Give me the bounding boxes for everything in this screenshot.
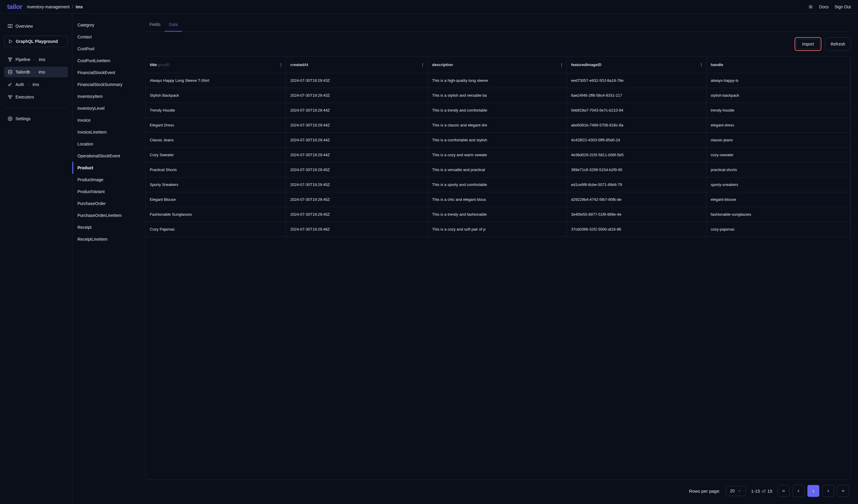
col-handle[interactable]: handle: [706, 56, 851, 73]
entity-item-category[interactable]: Category: [72, 19, 138, 31]
table-row[interactable]: Elegant Blouse2024-07-30T19:29:45ZThis i…: [146, 192, 851, 207]
cell-createdAt: 2024-07-30T19:29:44Z: [286, 132, 428, 147]
cell-handle: elegant-dress: [706, 117, 851, 132]
import-button[interactable]: Import: [796, 39, 820, 49]
table-row[interactable]: Classic Jeans2024-07-30T19:29:44ZThis is…: [146, 132, 851, 147]
cell-createdAt: 2024-07-30T19:29:45Z: [286, 192, 428, 207]
svg-point-0: [810, 6, 812, 8]
cell-title: Always Happy Long Sleeve T-Shirt: [146, 73, 286, 88]
cell-featuredImageID: 3e45fe55-6977-51f9-989e-4e: [567, 207, 706, 222]
next-page-button[interactable]: [822, 485, 834, 497]
cell-createdAt: 2024-07-30T19:29:45Z: [286, 177, 428, 192]
table-row[interactable]: Trendy Hoodie2024-07-30T19:29:44ZThis is…: [146, 103, 851, 117]
entity-item-receiptlineitem[interactable]: ReceiptLineItem: [72, 233, 138, 245]
svg-rect-15: [8, 96, 10, 97]
col-menu-icon[interactable]: ⋮: [699, 63, 703, 67]
cell-handle: fashionable-sunglasses: [706, 207, 851, 222]
col-menu-icon[interactable]: ⋮: [421, 63, 425, 67]
table-row[interactable]: Always Happy Long Sleeve T-Shirt2024-07-…: [146, 73, 851, 88]
table-row[interactable]: Cozy Sweater2024-07-30T19:29:44ZThis is …: [146, 147, 851, 162]
signout-link[interactable]: Sign Out: [835, 4, 851, 9]
cell-title: Cozy Pajamas: [146, 222, 286, 237]
data-table: categoryID title ⋮ createdAt ⋮ descripti…: [145, 56, 851, 479]
svg-point-18: [10, 118, 11, 119]
entity-item-contact[interactable]: Contact: [72, 31, 138, 43]
entity-item-costpool[interactable]: CostPool: [72, 43, 138, 55]
cell-handle: elegant-blouse: [706, 192, 851, 207]
key-icon: [8, 82, 13, 87]
entity-item-receipt[interactable]: Receipt: [72, 221, 138, 233]
entity-sidebar: CategoryContactCostPoolCostPoolLineItemF…: [72, 14, 138, 504]
theme-toggle-icon[interactable]: [808, 4, 813, 10]
auth-nav[interactable]: Auth - ims: [4, 79, 68, 90]
prev-page-button[interactable]: [793, 485, 805, 497]
breadcrumb-app[interactable]: ims: [76, 4, 83, 9]
entity-item-invoicelineitem[interactable]: InvoiceLineItem: [72, 126, 138, 138]
entity-item-purchaseorderlineitem[interactable]: PurchaseOrderLineItem: [72, 209, 138, 221]
entity-item-financialstocksummary[interactable]: FinancialStockSummary: [72, 79, 138, 91]
cell-createdAt: 2024-07-30T19:29:43Z: [286, 88, 428, 103]
col-menu-icon[interactable]: ⋮: [279, 63, 283, 67]
entity-item-productimage[interactable]: ProductImage: [72, 174, 138, 186]
entity-item-inventorylevel[interactable]: InventoryLevel: [72, 102, 138, 114]
breadcrumb-sep: /: [72, 4, 73, 9]
header: tailor inventory-management / ims Docs S…: [0, 0, 858, 14]
col-description[interactable]: description ⋮: [428, 56, 567, 73]
settings-label: Settings: [15, 116, 31, 121]
table-row[interactable]: Elegant Dress2024-07-30T19:29:44ZThis is…: [146, 117, 851, 132]
table-row[interactable]: Fashionable Sunglasses2024-07-30T19:29:4…: [146, 207, 851, 222]
executors-nav[interactable]: Executors: [4, 92, 68, 102]
cell-description: This is a versatile and practical: [428, 162, 567, 177]
page-size-select[interactable]: 20: [726, 486, 746, 496]
first-page-button[interactable]: [778, 485, 790, 497]
refresh-button[interactable]: Refresh: [825, 37, 851, 51]
cell-description: This is a trendy and comfortable: [428, 103, 567, 117]
table-row[interactable]: Practical Shorts2024-07-30T19:29:45ZThis…: [146, 162, 851, 177]
entity-item-costpoollineitem[interactable]: CostPoolLineItem: [72, 55, 138, 67]
tab-data[interactable]: Data: [165, 18, 182, 32]
logo[interactable]: tailor: [7, 3, 22, 11]
svg-rect-11: [11, 58, 12, 59]
auth-label: Auth: [15, 82, 24, 87]
entity-item-productvariant[interactable]: ProductVariant: [72, 186, 138, 198]
svg-rect-16: [11, 96, 12, 97]
table-row[interactable]: Sporty Sneakers2024-07-30T19:29:45ZThis …: [146, 177, 851, 192]
col-createdAt[interactable]: createdAt ⋮: [286, 56, 428, 73]
col-menu-icon[interactable]: ⋮: [560, 63, 563, 67]
entity-item-financialstockevent[interactable]: FinancialStockEvent: [72, 67, 138, 79]
table-row[interactable]: Cozy Pajamas2024-07-30T19:29:46ZThis is …: [146, 222, 851, 237]
cell-description: This is a stylish and versatile ba: [428, 88, 567, 103]
tailordb-nav[interactable]: Tailordb - ims: [4, 67, 68, 77]
cell-featuredImageID: 0eb819a7-7043-5e7c-b210-94: [567, 103, 706, 117]
pipeline-nav[interactable]: Pipeline - ims: [4, 54, 68, 65]
tabs: Fields Data: [145, 18, 851, 32]
cell-featuredImageID: 37cb0386-32f2-5500-af16-86: [567, 222, 706, 237]
executors-label: Executors: [15, 95, 34, 99]
docs-link[interactable]: Docs: [819, 4, 829, 9]
col-title[interactable]: categoryID title ⋮: [146, 56, 286, 73]
cell-featuredImageID: eed73057-e932-5f1f-8a18-78e: [567, 73, 706, 88]
col-featuredImageID[interactable]: featuredImageID ⋮: [567, 56, 706, 73]
svg-point-14: [9, 84, 10, 86]
main-content: Fields Data Import Refresh categoryID: [138, 14, 858, 504]
graphql-playground-nav[interactable]: GraphQL Playground: [4, 36, 68, 47]
svg-rect-10: [8, 58, 10, 59]
entity-item-invoice[interactable]: Invoice: [72, 114, 138, 126]
entity-item-product[interactable]: Product: [72, 162, 138, 174]
cell-createdAt: 2024-07-30T19:29:44Z: [286, 103, 428, 117]
entity-item-purchaseorder[interactable]: PurchaseOrder: [72, 198, 138, 209]
entity-item-operationalstockevent[interactable]: OperationalStockEvent: [72, 150, 138, 162]
svg-point-13: [8, 70, 12, 71]
entity-item-inventoryitem[interactable]: InventoryItem: [72, 91, 138, 102]
overview-nav[interactable]: Overview: [4, 21, 68, 32]
pipeline-icon: [8, 57, 13, 62]
last-page-button[interactable]: [837, 485, 849, 497]
table-row[interactable]: Stylish Backpack2024-07-30T19:29:43ZThis…: [146, 88, 851, 103]
cell-title: Cozy Sweater: [146, 147, 286, 162]
tailordb-svc: ims: [39, 70, 45, 75]
tab-fields[interactable]: Fields: [145, 18, 165, 32]
settings-nav[interactable]: Settings: [4, 113, 68, 124]
entity-item-location[interactable]: Location: [72, 138, 138, 150]
breadcrumb-org[interactable]: inventory-management: [27, 4, 70, 9]
page-1-button[interactable]: 1: [807, 485, 819, 497]
